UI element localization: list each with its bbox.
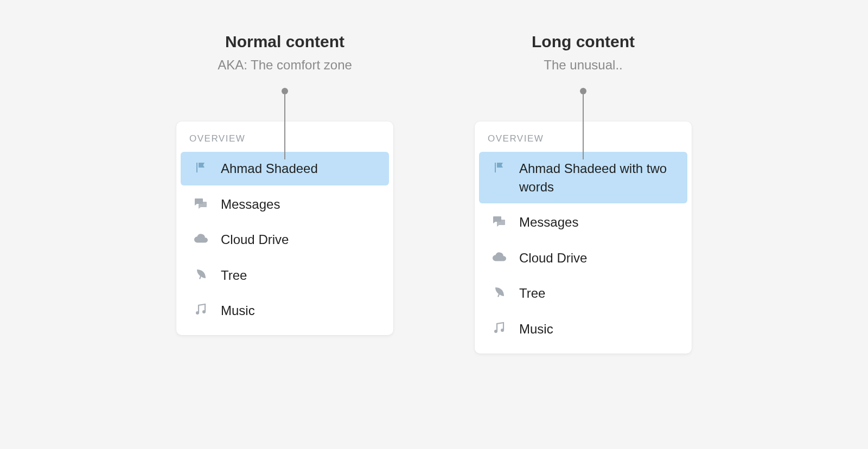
music-icon bbox=[194, 303, 208, 317]
nav-item-music[interactable]: Music bbox=[479, 312, 687, 346]
example-column-long: Long content The unusual.. OVERVIEW Ahma… bbox=[475, 33, 692, 354]
music-icon bbox=[492, 321, 506, 335]
example-column-normal: Normal content AKA: The comfort zone OVE… bbox=[176, 33, 393, 335]
nav-item-label: Music bbox=[519, 320, 553, 338]
nav-item-label: Ahmad Shadeed with two words bbox=[519, 159, 674, 196]
connector-line bbox=[284, 94, 285, 159]
leaf-icon bbox=[194, 267, 208, 281]
nav-item-label: Tree bbox=[221, 266, 247, 285]
messages-icon bbox=[194, 196, 208, 210]
nav-item-tree[interactable]: Tree bbox=[181, 259, 389, 292]
nav-item-messages[interactable]: Messages bbox=[181, 188, 389, 221]
connector bbox=[282, 88, 288, 159]
nav-item-cloud-drive[interactable]: Cloud Drive bbox=[479, 241, 687, 275]
nav-item-label: Messages bbox=[221, 195, 280, 214]
connector-dot-icon bbox=[282, 88, 288, 94]
nav-item-tree[interactable]: Tree bbox=[479, 277, 687, 310]
svg-point-1 bbox=[202, 310, 206, 313]
cloud-icon bbox=[194, 232, 208, 246]
cloud-icon bbox=[492, 250, 506, 264]
nav-item-label: Ahmad Shadeed bbox=[221, 159, 318, 178]
nav-item-cloud-drive[interactable]: Cloud Drive bbox=[181, 223, 389, 256]
column-title: Long content bbox=[532, 33, 635, 51]
nav-item-label: Tree bbox=[519, 284, 545, 303]
svg-point-0 bbox=[196, 311, 199, 315]
flag-icon bbox=[194, 161, 208, 175]
nav-item-label: Cloud Drive bbox=[221, 230, 289, 249]
connector-dot-icon bbox=[580, 88, 586, 94]
connector bbox=[580, 88, 586, 159]
svg-point-3 bbox=[501, 329, 504, 332]
column-subtitle: AKA: The comfort zone bbox=[218, 57, 352, 73]
column-subtitle: The unusual.. bbox=[544, 57, 622, 73]
nav-item-label: Cloud Drive bbox=[519, 249, 587, 267]
connector-line bbox=[583, 94, 584, 159]
leaf-icon bbox=[492, 285, 506, 299]
nav-item-label: Music bbox=[221, 302, 255, 320]
nav-item-music[interactable]: Music bbox=[181, 294, 389, 328]
nav-item-label: Messages bbox=[519, 213, 578, 232]
flag-icon bbox=[492, 161, 506, 175]
messages-icon bbox=[492, 214, 506, 228]
column-title: Normal content bbox=[225, 33, 344, 51]
nav-item-profile[interactable]: Ahmad Shadeed with two words bbox=[479, 152, 687, 203]
svg-point-2 bbox=[494, 330, 497, 333]
nav-item-messages[interactable]: Messages bbox=[479, 206, 687, 239]
